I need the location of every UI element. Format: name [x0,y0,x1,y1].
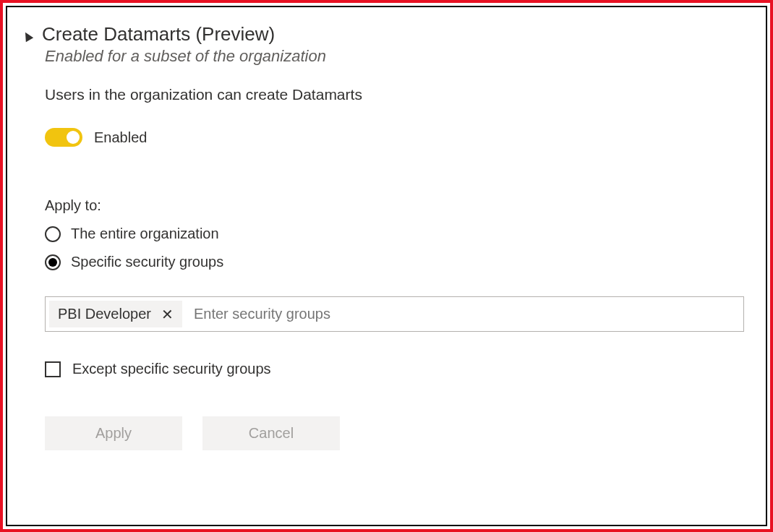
setting-title: Create Datamarts (Preview) [42,23,275,46]
radio-selected-icon [48,258,57,267]
except-groups-checkbox-row[interactable]: Except specific security groups [45,361,744,377]
chip-label: PBI Developer [58,306,151,322]
apply-button[interactable]: Apply [45,416,182,450]
collapse-icon[interactable] [22,30,33,42]
security-groups-field[interactable]: PBI Developer ✕ [45,296,744,332]
enabled-toggle-label: Enabled [94,129,147,146]
checkbox-icon [45,361,61,377]
radio-specific-groups[interactable]: Specific security groups [45,254,744,270]
toggle-knob-icon [67,131,80,144]
security-groups-input[interactable] [189,301,740,327]
chip-remove-icon[interactable]: ✕ [161,307,174,322]
except-groups-label: Except specific security groups [72,361,271,377]
radio-specific-label: Specific security groups [71,254,223,270]
enabled-toggle[interactable] [45,128,82,147]
radio-entire-organization[interactable]: The entire organization [45,226,744,242]
cancel-button[interactable]: Cancel [202,416,340,450]
radio-icon [45,254,61,270]
security-group-chip: PBI Developer ✕ [49,301,182,327]
radio-entire-label: The entire organization [71,226,219,242]
apply-to-label: Apply to: [45,197,744,214]
setting-description: Users in the organization can create Dat… [45,86,744,103]
radio-icon [45,226,61,242]
setting-subtitle: Enabled for a subset of the organization [45,47,744,66]
